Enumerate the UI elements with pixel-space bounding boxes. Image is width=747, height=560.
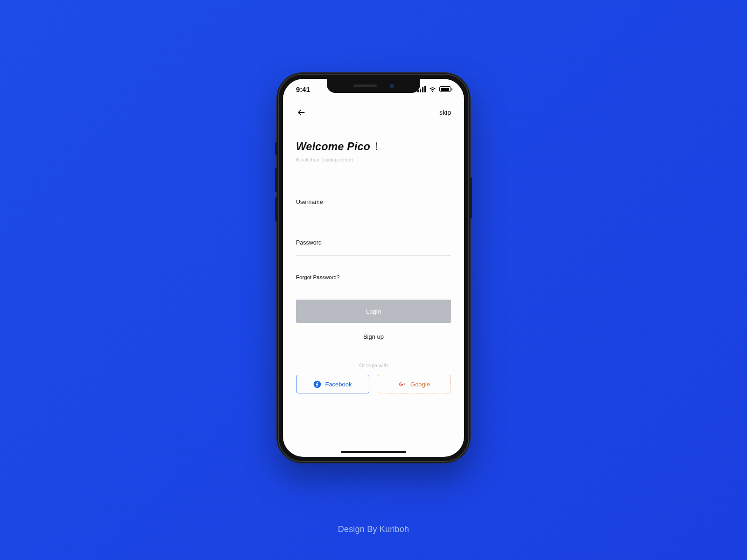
password-field[interactable]: Password bbox=[296, 239, 451, 256]
nav-bar: skip bbox=[296, 106, 451, 119]
battery-icon bbox=[439, 86, 451, 92]
page-subtitle: Blockchain trading center bbox=[296, 157, 451, 162]
google-button-label: Google bbox=[410, 381, 430, 388]
signup-link[interactable]: Sign up bbox=[296, 333, 451, 340]
wifi-icon bbox=[429, 86, 437, 92]
forgot-password-link[interactable]: Forgot Password? bbox=[296, 274, 451, 280]
google-login-button[interactable]: Google bbox=[378, 375, 451, 393]
facebook-login-button[interactable]: Facebook bbox=[296, 375, 369, 393]
status-time: 9:41 bbox=[296, 85, 310, 93]
power-button bbox=[470, 177, 472, 218]
username-label: Username bbox=[296, 199, 451, 205]
skip-link[interactable]: skip bbox=[439, 109, 451, 116]
volume-down-button bbox=[275, 197, 277, 222]
login-button-label: Login bbox=[366, 308, 381, 315]
login-form: Username Password Forgot Password? Login… bbox=[296, 199, 451, 393]
google-plus-icon bbox=[399, 380, 407, 388]
speaker-grill bbox=[353, 84, 377, 87]
phone-screen: 9:41 skip Welcome Pico！ Blockchain tradi… bbox=[283, 79, 464, 457]
design-credit: Design By Kuriboh bbox=[0, 525, 747, 534]
input-underline bbox=[296, 255, 451, 256]
phone-frame: 9:41 skip Welcome Pico！ Blockchain tradi… bbox=[276, 72, 471, 463]
status-indicators bbox=[417, 86, 451, 92]
back-arrow-icon[interactable] bbox=[296, 107, 306, 118]
front-camera bbox=[390, 84, 394, 88]
welcome-header: Welcome Pico！ Blockchain trading center bbox=[296, 140, 451, 162]
username-field[interactable]: Username bbox=[296, 199, 451, 215]
page-title: Welcome Pico！ bbox=[296, 140, 451, 154]
facebook-icon bbox=[313, 380, 321, 388]
mute-switch bbox=[275, 142, 277, 155]
facebook-button-label: Facebook bbox=[325, 381, 352, 388]
volume-up-button bbox=[275, 168, 277, 192]
login-button[interactable]: Login bbox=[296, 300, 451, 323]
social-login-row: Facebook Google bbox=[296, 375, 451, 393]
input-underline bbox=[296, 215, 451, 215]
home-indicator[interactable] bbox=[341, 451, 406, 453]
password-label: Password bbox=[296, 239, 451, 246]
device-notch bbox=[327, 79, 420, 93]
alt-login-divider: Or login with bbox=[296, 363, 451, 368]
